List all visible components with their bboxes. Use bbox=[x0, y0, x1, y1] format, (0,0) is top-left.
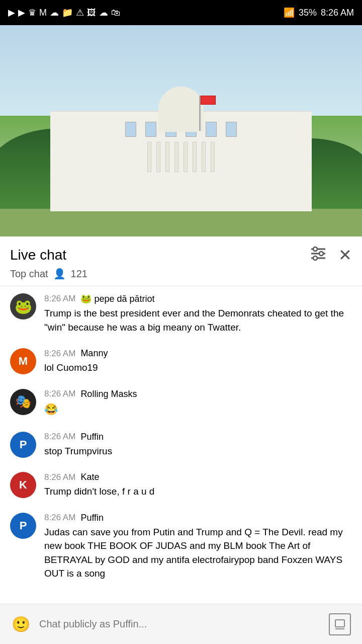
svg-point-3 bbox=[313, 247, 317, 251]
message-time: 8:26 AM bbox=[44, 294, 75, 304]
crown-icon: ♛ bbox=[28, 7, 36, 18]
viewer-count: 121 bbox=[71, 268, 87, 280]
avatar: 🎭 bbox=[10, 389, 36, 415]
video-player[interactable] bbox=[0, 25, 362, 236]
table-row: P 8:26 AM Puffin Judas can save you from… bbox=[0, 506, 362, 588]
table-row: 🎭 8:26 AM Rolling Masks 😂 bbox=[0, 382, 362, 425]
message-meta: 8:26 AM Puffin bbox=[44, 432, 352, 442]
battery-text: 35% bbox=[299, 8, 317, 18]
avatar: P bbox=[10, 513, 36, 539]
message-meta: 8:26 AM Kate bbox=[44, 472, 352, 482]
wifi-icon: 📶 bbox=[284, 7, 295, 18]
svg-rect-6 bbox=[335, 620, 344, 627]
status-bar: ▶ ▶ ♛ M ☁ 📁 ⚠ 🖼 ☁ 🛍 📶 35% 8:26 AM bbox=[0, 0, 362, 25]
status-right: 📶 35% 8:26 AM bbox=[284, 7, 354, 18]
message-text: Trump didn't lose, f r a u d bbox=[44, 485, 352, 499]
chat-title: Live chat bbox=[10, 247, 66, 263]
message-user: Rolling Masks bbox=[80, 389, 137, 399]
image-icon: 🖼 bbox=[87, 8, 96, 18]
chat-sub: Top chat 👤 121 bbox=[10, 268, 352, 280]
message-meta: 8:26 AM Puffin bbox=[44, 513, 352, 523]
message-content: 8:26 AM Puffin Judas can save you from P… bbox=[44, 513, 352, 581]
bag-icon: 🛍 bbox=[111, 8, 120, 18]
message-user: Puffin bbox=[80, 432, 104, 442]
close-icon[interactable]: ✕ bbox=[338, 246, 352, 265]
time-text: 8:26 AM bbox=[321, 8, 354, 18]
play-icon: ▶ bbox=[8, 7, 15, 18]
people-icon: 👤 bbox=[53, 268, 66, 280]
message-time: 8:26 AM bbox=[44, 432, 75, 442]
message-meta: 8:26 AM Manny bbox=[44, 348, 352, 359]
table-row: M 8:26 AM Manny lol Cuomo19 bbox=[0, 341, 362, 382]
message-user: Puffin bbox=[80, 513, 104, 523]
send-button[interactable] bbox=[326, 612, 354, 637]
warning-icon: ⚠ bbox=[76, 7, 84, 18]
message-user: Kate bbox=[80, 472, 99, 482]
flag-pole bbox=[199, 96, 201, 131]
chat-messages: 🐸 8:26 AM 🐸 pepe dā pātriot Trump is the… bbox=[0, 286, 362, 628]
columns-row bbox=[50, 142, 312, 172]
message-time: 8:26 AM bbox=[44, 349, 75, 359]
message-meta: 8:26 AM 🐸 pepe dā pātriot bbox=[44, 293, 352, 304]
play2-icon: ▶ bbox=[18, 7, 25, 18]
mastodon-icon: M bbox=[39, 8, 47, 18]
cloud2-icon: ☁ bbox=[99, 7, 108, 18]
chat-input-bar: 🙂 bbox=[0, 604, 362, 644]
send-icon bbox=[329, 613, 351, 635]
avatar: P bbox=[10, 432, 36, 458]
message-content: 8:26 AM Kate Trump didn't lose, f r a u … bbox=[44, 472, 352, 499]
filter-icon[interactable] bbox=[310, 247, 326, 264]
dome bbox=[158, 87, 204, 132]
table-row: P 8:26 AM Puffin stop Trumpvirus bbox=[0, 425, 362, 465]
chat-header-top: Live chat ✕ bbox=[10, 246, 352, 265]
folder-icon: 📁 bbox=[62, 7, 73, 18]
message-content: 8:26 AM Manny lol Cuomo19 bbox=[44, 348, 352, 375]
flag bbox=[201, 96, 216, 105]
chat-header: Live chat ✕ Top chat 👤 121 bbox=[0, 236, 362, 286]
building-main bbox=[50, 111, 312, 211]
message-user: Manny bbox=[80, 348, 108, 359]
header-actions: ✕ bbox=[310, 246, 352, 265]
svg-point-4 bbox=[319, 252, 323, 256]
message-text: Trump is the best president ever and the… bbox=[44, 306, 352, 334]
message-time: 8:26 AM bbox=[44, 472, 75, 482]
message-content: 8:26 AM Puffin stop Trumpvirus bbox=[44, 432, 352, 458]
cloud-icon: ☁ bbox=[50, 7, 59, 18]
message-content: 8:26 AM Rolling Masks 😂 bbox=[44, 389, 352, 418]
avatar: M bbox=[10, 348, 36, 374]
message-meta: 8:26 AM Rolling Masks bbox=[44, 389, 352, 399]
message-text: stop Trumpvirus bbox=[44, 444, 352, 458]
avatar: K bbox=[10, 472, 36, 498]
chat-input[interactable] bbox=[39, 612, 320, 637]
status-left: ▶ ▶ ♛ M ☁ 📁 ⚠ 🖼 ☁ 🛍 bbox=[8, 7, 120, 18]
emoji-button[interactable]: 🙂 bbox=[8, 612, 33, 637]
message-user: 🐸 pepe dā pātriot bbox=[80, 293, 154, 304]
svg-point-5 bbox=[313, 256, 317, 260]
table-row: K 8:26 AM Kate Trump didn't lose, f r a … bbox=[0, 465, 362, 506]
message-text: lol Cuomo19 bbox=[44, 361, 352, 375]
table-row: 🐸 8:26 AM 🐸 pepe dā pātriot Trump is the… bbox=[0, 286, 362, 341]
message-content: 8:26 AM 🐸 pepe dā pātriot Trump is the b… bbox=[44, 293, 352, 334]
top-chat-label: Top chat bbox=[10, 268, 48, 280]
avatar: 🐸 bbox=[10, 293, 36, 319]
message-text: Judas can save you from Putin and Trump … bbox=[44, 525, 352, 581]
message-text: 😂 bbox=[44, 401, 352, 418]
message-time: 8:26 AM bbox=[44, 389, 75, 399]
message-time: 8:26 AM bbox=[44, 513, 75, 523]
